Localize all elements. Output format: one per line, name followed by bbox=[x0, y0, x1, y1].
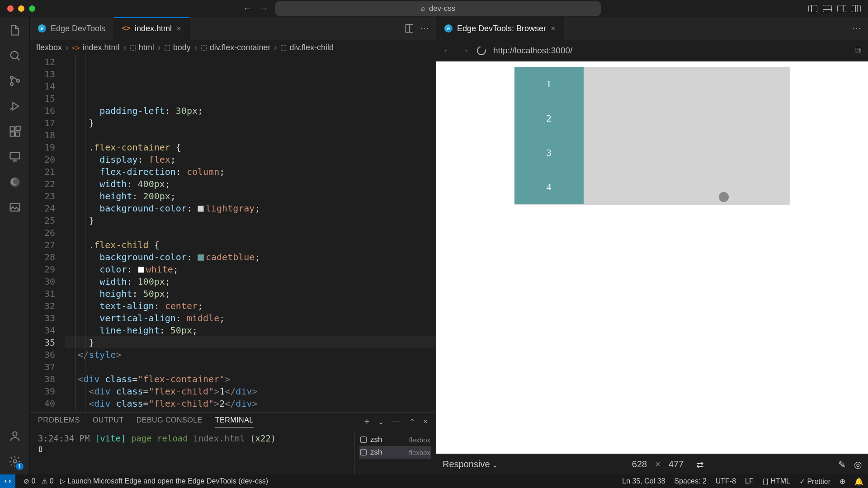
terminal-session[interactable]: zshflexbox bbox=[359, 446, 431, 459]
close-tab-icon[interactable]: × bbox=[551, 24, 556, 33]
status-indent[interactable]: Spaces: 2 bbox=[675, 477, 707, 485]
code-editor[interactable]: 1213141516171819202122232425262728293031… bbox=[30, 55, 436, 412]
status-eol[interactable]: LF bbox=[745, 477, 754, 485]
svg-rect-4 bbox=[10, 127, 14, 131]
panel-tab-debug-console[interactable]: DEBUG CONSOLE bbox=[137, 416, 203, 427]
minimize-window[interactable] bbox=[18, 5, 24, 12]
svg-point-12 bbox=[13, 460, 16, 463]
editor-group-right: e Edge DevTools: Browser × ··· ← → http:… bbox=[436, 17, 868, 474]
layout-controls bbox=[808, 5, 861, 12]
svg-rect-6 bbox=[15, 132, 19, 136]
terminal-output[interactable]: 3:24:34 PM [vite] page reload index.html… bbox=[30, 431, 354, 474]
viewport-width[interactable]: 628 bbox=[632, 459, 647, 469]
touch-cursor-icon bbox=[719, 192, 729, 202]
new-terminal-icon[interactable]: + bbox=[364, 417, 370, 427]
panel-tab-terminal[interactable]: TERMINAL bbox=[215, 416, 254, 427]
titlebar: ← → ⌕ dev-css bbox=[0, 0, 868, 17]
toggle-secondary-sidebar-icon[interactable] bbox=[837, 5, 846, 12]
editor-more-icon[interactable]: ··· bbox=[853, 24, 862, 33]
nav-back[interactable]: ← bbox=[243, 3, 253, 14]
preview-flex-child: 2 bbox=[514, 101, 584, 136]
html-file-icon: <> bbox=[122, 24, 130, 33]
svg-point-1 bbox=[10, 76, 13, 79]
svg-point-3 bbox=[17, 80, 19, 82]
swap-dimensions-icon[interactable]: ⇄ bbox=[696, 459, 704, 470]
tab-edge-devtools[interactable]: e Edge DevTools bbox=[30, 17, 114, 40]
nav-forward[interactable]: → bbox=[259, 3, 269, 14]
status-cursor[interactable]: Ln 35, Col 38 bbox=[622, 477, 665, 485]
settings-badge: 1 bbox=[16, 463, 24, 470]
terminal-session[interactable]: zshflexbox bbox=[359, 433, 431, 446]
close-window[interactable] bbox=[7, 5, 14, 12]
status-bell-icon[interactable]: 🔔 bbox=[854, 477, 863, 486]
status-feedback-icon[interactable]: ⊕ bbox=[840, 477, 845, 486]
source-control-icon[interactable] bbox=[8, 74, 22, 88]
terminal-icon bbox=[360, 449, 367, 455]
accounts-icon[interactable] bbox=[8, 429, 22, 443]
browser-forward-icon[interactable]: → bbox=[460, 45, 470, 56]
close-panel-icon[interactable]: × bbox=[423, 418, 428, 426]
remote-explorer-icon[interactable] bbox=[8, 150, 22, 164]
inspect-icon[interactable]: ⧉ bbox=[855, 46, 862, 56]
dimension-separator: × bbox=[655, 459, 660, 469]
browser-url[interactable]: http://localhost:3000/ bbox=[493, 46, 848, 56]
element-icon: ⬚ bbox=[164, 43, 170, 52]
panel-tab-output[interactable]: OUTPUT bbox=[93, 416, 124, 427]
maximize-panel-icon[interactable]: ⌃ bbox=[409, 418, 415, 426]
device-toolbar: Responsive ⌄ 628 × 477 ⇄ ✎ ◎ bbox=[436, 454, 868, 474]
customize-layout-icon[interactable] bbox=[852, 5, 861, 12]
run-debug-icon[interactable] bbox=[8, 99, 22, 113]
panel-more-icon[interactable]: ··· bbox=[392, 418, 401, 426]
remote-indicator[interactable] bbox=[0, 474, 15, 488]
svg-rect-5 bbox=[10, 132, 14, 136]
viewport-height[interactable]: 477 bbox=[669, 459, 684, 469]
tab-label: Edge DevTools: Browser bbox=[457, 24, 546, 33]
search-activity-icon[interactable] bbox=[8, 49, 22, 62]
html-icon: <> bbox=[72, 44, 80, 52]
extensions-icon[interactable] bbox=[8, 125, 22, 138]
status-warnings[interactable]: ⚠ 0 bbox=[42, 477, 53, 485]
editor-more-icon[interactable]: ··· bbox=[420, 24, 429, 33]
status-prettier[interactable]: ✓ Prettier bbox=[799, 477, 830, 486]
edge-tools-icon[interactable] bbox=[8, 175, 22, 189]
element-icon: ⬚ bbox=[130, 43, 136, 52]
tab-bar-left: e Edge DevTools <> index.html × ··· bbox=[30, 17, 436, 40]
edit-icon[interactable]: ✎ bbox=[838, 459, 846, 470]
tab-index-html[interactable]: <> index.html × bbox=[114, 17, 190, 40]
image-preview-icon[interactable] bbox=[8, 201, 22, 214]
screenshot-icon[interactable]: ◎ bbox=[854, 459, 862, 470]
browser-toolbar: ← → http://localhost:3000/ ⧉ bbox=[436, 40, 868, 61]
explorer-icon[interactable] bbox=[8, 23, 22, 37]
activity-bar: 1 bbox=[0, 17, 30, 474]
editor-group-left: e Edge DevTools <> index.html × ··· flex… bbox=[30, 17, 436, 474]
preview-viewport[interactable]: 1 2 3 4 bbox=[436, 61, 868, 454]
tab-label: Edge DevTools bbox=[51, 24, 105, 33]
edge-icon: e bbox=[444, 24, 453, 33]
status-encoding[interactable]: UTF-8 bbox=[716, 477, 736, 485]
browser-reload-icon[interactable] bbox=[475, 44, 487, 56]
terminal-icon bbox=[360, 436, 367, 443]
toggle-panel-icon[interactable] bbox=[823, 5, 832, 12]
panel-tab-problems[interactable]: PROBLEMS bbox=[38, 416, 80, 427]
window-controls bbox=[7, 5, 35, 12]
close-tab-icon[interactable]: × bbox=[176, 24, 181, 33]
status-language[interactable]: { } HTML bbox=[763, 477, 790, 485]
toggle-primary-sidebar-icon[interactable] bbox=[808, 5, 817, 12]
status-bar: ⊘ 0 ⚠ 0 ▷ Launch Microsoft Edge and open… bbox=[0, 474, 868, 488]
svg-rect-8 bbox=[10, 153, 19, 159]
terminal-dropdown-icon[interactable]: ⌄ bbox=[378, 418, 384, 426]
zoom-window[interactable] bbox=[29, 5, 35, 12]
status-errors[interactable]: ⊘ 0 bbox=[24, 477, 35, 485]
element-icon: ⬚ bbox=[201, 43, 207, 52]
command-center[interactable]: ⌕ dev-css bbox=[275, 1, 601, 16]
preview-flex-child: 3 bbox=[514, 136, 584, 170]
split-editor-icon[interactable] bbox=[405, 24, 413, 33]
settings-gear-icon[interactable]: 1 bbox=[8, 455, 22, 468]
browser-back-icon[interactable]: ← bbox=[443, 45, 453, 56]
preview-flex-child: 4 bbox=[514, 170, 584, 204]
tab-devtools-browser[interactable]: e Edge DevTools: Browser × bbox=[436, 17, 564, 40]
device-mode[interactable]: Responsive ⌄ bbox=[443, 459, 498, 469]
svg-rect-7 bbox=[16, 126, 20, 130]
breadcrumb[interactable]: flexbox› <>index.html› ⬚html› ⬚body› ⬚di… bbox=[30, 40, 436, 55]
status-launch-task[interactable]: ▷ Launch Microsoft Edge and open the Edg… bbox=[60, 477, 268, 485]
